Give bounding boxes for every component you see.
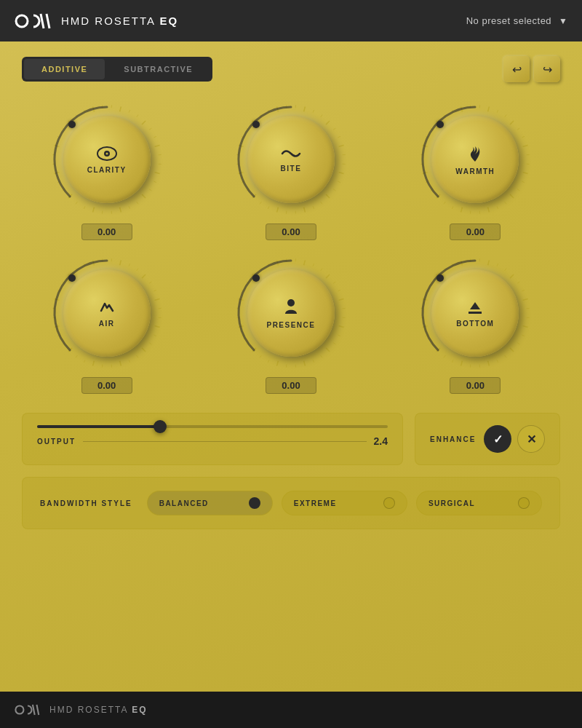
svg-line-28 bbox=[154, 181, 156, 183]
knob-air[interactable]: AIR bbox=[49, 255, 165, 371]
bandwidth-option-surgical-label: SURGICAL bbox=[428, 499, 475, 507]
knob-clarity-container: CLARITY 0.00 bbox=[22, 101, 191, 240]
knob-warmth-value[interactable]: 0.00 bbox=[450, 223, 501, 240]
header-right: No preset selected ▼ bbox=[466, 15, 567, 26]
knob-air-body[interactable]: AIR bbox=[63, 269, 151, 357]
svg-line-205 bbox=[510, 274, 514, 278]
knob-air-indicator bbox=[68, 274, 76, 282]
svg-line-95 bbox=[505, 115, 506, 117]
svg-line-29 bbox=[149, 189, 151, 191]
svg-line-96 bbox=[510, 121, 514, 124]
knob-bottom[interactable]: BOTTOM bbox=[417, 255, 533, 371]
svg-line-180 bbox=[304, 361, 306, 366]
bandwidth-panel: BANDWIDTH STYLE BALANCED EXTREME SURGICA… bbox=[22, 477, 560, 529]
knob-presence[interactable]: PRESENCE bbox=[233, 255, 349, 371]
knob-presence-body[interactable]: PRESENCE bbox=[247, 269, 335, 357]
svg-line-202 bbox=[488, 261, 490, 266]
output-line bbox=[83, 441, 366, 442]
header: HMD ROSETTA EQ No preset selected ▼ bbox=[0, 0, 582, 41]
svg-line-72 bbox=[304, 207, 306, 213]
preset-selector[interactable]: No preset selected ▼ bbox=[466, 15, 567, 26]
knob-bite-value[interactable]: 0.00 bbox=[266, 223, 316, 240]
svg-line-61 bbox=[333, 128, 335, 130]
svg-line-215 bbox=[505, 355, 506, 357]
svg-line-178 bbox=[321, 355, 322, 357]
undo-button[interactable]: ↩ bbox=[503, 56, 530, 82]
knob-air-value[interactable]: 0.00 bbox=[81, 377, 132, 394]
svg-line-27 bbox=[154, 173, 159, 174]
knob-warmth-container: WARMTH 0.00 bbox=[391, 101, 560, 240]
undo-icon: ↩ bbox=[512, 63, 522, 76]
redo-button[interactable]: ↪ bbox=[534, 56, 560, 82]
svg-line-168 bbox=[326, 274, 330, 278]
svg-line-207 bbox=[522, 290, 525, 291]
svg-line-37 bbox=[84, 206, 85, 209]
svg-line-103 bbox=[522, 181, 525, 183]
svg-line-138 bbox=[154, 326, 159, 328]
bandwidth-option-surgical[interactable]: SURGICAL bbox=[416, 491, 542, 515]
svg-line-185 bbox=[260, 355, 261, 357]
svg-line-62 bbox=[338, 136, 340, 138]
svg-line-204 bbox=[505, 269, 506, 271]
subtractive-mode-button[interactable]: SUBTRACTIVE bbox=[106, 59, 210, 79]
svg-line-32 bbox=[129, 206, 130, 209]
logo bbox=[15, 11, 52, 31]
svg-line-59 bbox=[321, 115, 322, 117]
bandwidth-option-extreme-toggle bbox=[383, 497, 395, 509]
svg-line-171 bbox=[339, 299, 344, 301]
svg-line-112 bbox=[453, 206, 454, 209]
knob-warmth-body[interactable]: WARMTH bbox=[431, 116, 519, 203]
footer-title: HMD ROSETTA EQ bbox=[49, 705, 147, 715]
knob-clarity-value[interactable]: 0.00 bbox=[81, 223, 132, 240]
knob-bottom-body[interactable]: BOTTOM bbox=[431, 269, 519, 357]
svg-line-212 bbox=[522, 335, 525, 336]
svg-line-68 bbox=[333, 189, 335, 191]
output-slider-fill bbox=[37, 425, 160, 428]
svg-line-18 bbox=[119, 107, 121, 112]
knob-bite-indicator bbox=[252, 121, 260, 128]
output-slider-thumb[interactable] bbox=[154, 420, 167, 433]
bandwidth-option-balanced-label: BALANCED bbox=[159, 499, 209, 507]
svg-line-135 bbox=[154, 299, 159, 301]
knob-presence-value[interactable]: 0.00 bbox=[266, 377, 316, 394]
svg-line-217 bbox=[488, 361, 490, 366]
bandwidth-option-balanced[interactable]: BALANCED bbox=[147, 491, 273, 515]
knob-presence-container: PRESENCE 0.00 bbox=[206, 255, 375, 394]
enhance-cross-button[interactable]: ✕ bbox=[517, 425, 545, 453]
knob-clarity[interactable]: CLARITY bbox=[49, 101, 165, 218]
knob-bite-body[interactable]: BITE bbox=[247, 116, 335, 203]
knob-clarity-body[interactable]: CLARITY bbox=[63, 116, 151, 203]
knob-bite[interactable]: BITE bbox=[233, 101, 349, 218]
svg-line-176 bbox=[333, 343, 335, 344]
svg-line-21 bbox=[142, 121, 146, 124]
output-label: OUTPUT bbox=[37, 438, 76, 446]
bandwidth-option-extreme[interactable]: EXTREME bbox=[282, 491, 407, 515]
svg-line-143 bbox=[129, 360, 130, 363]
svg-line-175 bbox=[338, 335, 340, 336]
svg-line-184 bbox=[268, 360, 269, 363]
output-slider-track[interactable] bbox=[37, 425, 388, 428]
svg-line-211 bbox=[523, 326, 528, 328]
svg-line-165 bbox=[304, 261, 306, 266]
knob-clarity-label: CLARITY bbox=[87, 166, 127, 174]
svg-line-2 bbox=[47, 14, 49, 28]
svg-line-70 bbox=[321, 202, 322, 204]
svg-line-221 bbox=[453, 360, 454, 363]
svg-line-147 bbox=[92, 361, 94, 366]
svg-line-106 bbox=[505, 202, 506, 204]
svg-line-216 bbox=[497, 360, 498, 363]
svg-line-220 bbox=[461, 361, 463, 366]
svg-line-23 bbox=[154, 136, 156, 138]
svg-line-94 bbox=[497, 110, 498, 113]
knob-warmth[interactable]: WARMTH bbox=[417, 101, 533, 218]
preset-dropdown-arrow: ▼ bbox=[559, 16, 567, 26]
knob-bottom-value[interactable]: 0.00 bbox=[450, 377, 501, 394]
knob-clarity-indicator bbox=[68, 121, 76, 128]
svg-point-225 bbox=[15, 705, 23, 713]
svg-line-113 bbox=[444, 202, 445, 204]
additive-mode-button[interactable]: ADDITIVE bbox=[24, 59, 105, 79]
svg-line-133 bbox=[149, 282, 151, 283]
svg-line-104 bbox=[517, 189, 519, 191]
enhance-check-button[interactable]: ✓ bbox=[484, 425, 511, 453]
svg-line-167 bbox=[321, 269, 322, 271]
